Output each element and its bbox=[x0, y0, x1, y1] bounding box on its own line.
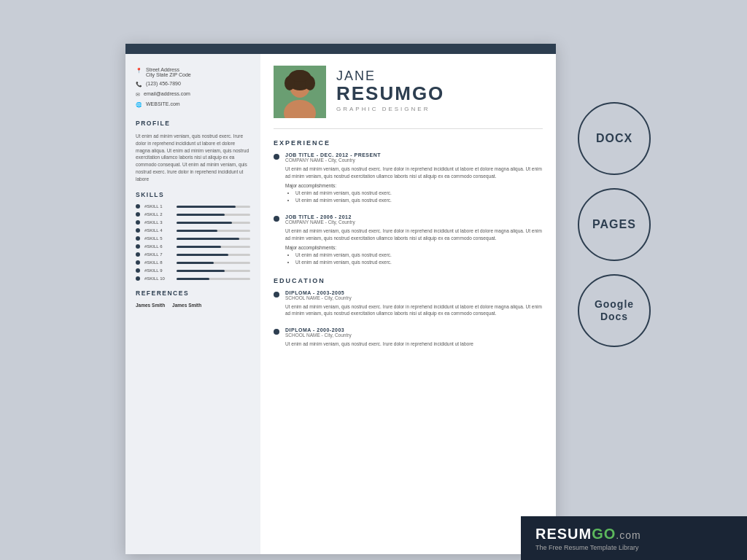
skill-bar-fill bbox=[177, 254, 228, 256]
exp-bullet bbox=[274, 154, 279, 160]
exp-description: Ut enim ad minim veniam, quis nostrud ex… bbox=[285, 166, 543, 180]
skills-list: #SKILL 1 #SKILL 2 #SKILL 3 #SKILL 4 bbox=[136, 204, 250, 281]
skill-bar-fill bbox=[177, 230, 217, 232]
exp-company: COMPANY NAME - City, Country bbox=[285, 158, 543, 163]
skill-bar bbox=[177, 254, 250, 256]
contact-phone: 📞 (123) 456-7890 bbox=[136, 81, 250, 88]
accomplishments-list: Ut enim ad minim veniam, quis nostrud ex… bbox=[285, 252, 543, 267]
skill-bar-fill bbox=[177, 278, 209, 280]
first-name: JANE bbox=[336, 69, 444, 84]
contact-info: 📍 Street Address City State ZIP Code 📞 (… bbox=[136, 67, 250, 108]
google-docs-button[interactable]: GoogleDocs bbox=[578, 274, 651, 347]
contact-website: 🌐 WEBSITE.com bbox=[136, 101, 250, 108]
skill-bar bbox=[177, 278, 250, 280]
location-icon: 📍 bbox=[136, 68, 142, 74]
experience-list: JOB TITLE - DEC. 2012 - PRESENT COMPANY … bbox=[274, 152, 543, 270]
skill-dot bbox=[136, 260, 140, 265]
skill-bar-fill bbox=[177, 262, 214, 264]
edu-description: Ut enim ad minim veniam, quis nostrud ex… bbox=[285, 341, 543, 348]
brand-tagline: The Free Resume Template Library bbox=[535, 544, 641, 551]
education-item: DIPLOMA - 2003-2005 SCHOOL NAME - City, … bbox=[274, 290, 543, 321]
experience-item: JOB TITLE - 2006 - 2012 COMPANY NAME - C… bbox=[274, 214, 543, 269]
reference-name: James Smith bbox=[172, 303, 201, 308]
name-block: JANE RESUMGO GRAPHIC DESIGNER bbox=[336, 66, 444, 112]
education-list: DIPLOMA - 2003-2005 SCHOOL NAME - City, … bbox=[274, 290, 543, 351]
skill-item: #SKILL 7 bbox=[136, 252, 250, 257]
brand-suffix: .com bbox=[616, 529, 640, 541]
page-wrapper: 📍 Street Address City State ZIP Code 📞 (… bbox=[0, 0, 747, 560]
email-icon: ✉ bbox=[136, 92, 140, 98]
edu-degree: DIPLOMA - 2000-2003 bbox=[285, 327, 543, 332]
skill-dot bbox=[136, 252, 140, 257]
skill-item: #SKILL 8 bbox=[136, 260, 250, 265]
skill-bar bbox=[177, 206, 250, 208]
experience-title: EXPERIENCE bbox=[274, 139, 543, 147]
edu-description: Ut enim ad minim veniam, quis nostrud ex… bbox=[285, 303, 543, 318]
format-panel: DOCX PAGES GoogleDocs bbox=[556, 44, 665, 347]
header-bar bbox=[125, 44, 556, 54]
brand-logo: RESUMGO.com bbox=[535, 526, 641, 542]
skill-name: #SKILL 2 bbox=[144, 212, 172, 217]
skill-bar bbox=[177, 238, 250, 240]
exp-description: Ut enim ad minim veniam, quis nostrud ex… bbox=[285, 228, 543, 242]
skill-bar-fill bbox=[177, 246, 221, 248]
phone-icon: 📞 bbox=[136, 82, 142, 88]
exp-job-title: JOB TITLE - 2006 - 2012 bbox=[285, 214, 543, 219]
skill-bar bbox=[177, 262, 250, 264]
reference-name: James Smith bbox=[136, 303, 165, 308]
contact-address: 📍 Street Address City State ZIP Code bbox=[136, 67, 250, 77]
footer-brand: RESUMGO.com The Free Resume Template Lib… bbox=[521, 516, 747, 560]
brand-wrapper: RESUMGO.com The Free Resume Template Lib… bbox=[535, 526, 641, 551]
references-section: REFERENCES James SmithJames Smith bbox=[136, 289, 250, 308]
edu-content: DIPLOMA - 2003-2005 SCHOOL NAME - City, … bbox=[285, 290, 543, 321]
profile-text: Ut enim ad minim veniam, quis nostrud ex… bbox=[136, 133, 250, 182]
skill-bar bbox=[177, 214, 250, 216]
exp-job-title: JOB TITLE - DEC. 2012 - PRESENT bbox=[285, 152, 543, 158]
skills-title: SKILLS bbox=[136, 191, 250, 198]
skill-bar bbox=[177, 230, 250, 232]
skill-item: #SKILL 2 bbox=[136, 212, 250, 217]
skill-item: #SKILL 1 bbox=[136, 204, 250, 209]
accomplishments-label: Major accomplishments: bbox=[285, 183, 543, 188]
skill-name: #SKILL 7 bbox=[144, 252, 172, 257]
skill-name: #SKILL 6 bbox=[144, 244, 172, 249]
skill-bar-fill bbox=[177, 270, 225, 272]
skill-bar bbox=[177, 246, 250, 248]
edu-bullet bbox=[274, 292, 279, 298]
skill-name: #SKILL 1 bbox=[144, 204, 172, 209]
web-icon: 🌐 bbox=[136, 102, 142, 108]
address-text: Street Address City State ZIP Code bbox=[146, 67, 191, 77]
skill-name: #SKILL 9 bbox=[144, 268, 172, 273]
exp-content: JOB TITLE - DEC. 2012 - PRESENT COMPANY … bbox=[285, 152, 543, 207]
skill-bar-fill bbox=[177, 214, 225, 216]
skill-item: #SKILL 5 bbox=[136, 236, 250, 241]
skill-item: #SKILL 9 bbox=[136, 268, 250, 273]
references-title: REFERENCES bbox=[136, 289, 250, 297]
job-title: GRAPHIC DESIGNER bbox=[336, 106, 444, 112]
accomplishments-list: Ut enim ad minim veniam, quis nostrud ex… bbox=[285, 190, 543, 205]
docx-button[interactable]: DOCX bbox=[578, 102, 651, 175]
edu-school: SCHOOL NAME - City, Country bbox=[285, 295, 543, 300]
resume-body: 📍 Street Address City State ZIP Code 📞 (… bbox=[125, 54, 556, 554]
resume-main: JANE RESUMGO GRAPHIC DESIGNER EXPERIENCE… bbox=[260, 54, 556, 554]
education-title: EDUCATION bbox=[274, 277, 543, 284]
accomplishments-label: Major accomplishments: bbox=[285, 245, 543, 250]
skill-dot bbox=[136, 228, 140, 233]
skill-dot bbox=[136, 244, 140, 249]
skill-dot bbox=[136, 268, 140, 273]
pages-button[interactable]: PAGES bbox=[578, 188, 651, 261]
skill-item: #SKILL 4 bbox=[136, 228, 250, 233]
resume-sidebar: 📍 Street Address City State ZIP Code 📞 (… bbox=[125, 54, 260, 554]
name-header: JANE RESUMGO GRAPHIC DESIGNER bbox=[274, 66, 543, 129]
profile-title: PROFILE bbox=[136, 120, 250, 127]
brand-prefix: RESUM bbox=[535, 526, 592, 542]
brand-highlight: GO bbox=[592, 526, 616, 542]
skill-name: #SKILL 3 bbox=[144, 220, 172, 225]
skill-dot bbox=[136, 236, 140, 241]
edu-bullet bbox=[274, 329, 279, 335]
skill-name: #SKILL 4 bbox=[144, 228, 172, 233]
skill-item: #SKILL 3 bbox=[136, 220, 250, 225]
contact-email: ✉ email@address.com bbox=[136, 91, 250, 98]
svg-point-6 bbox=[290, 70, 310, 82]
skill-name: #SKILL 10 bbox=[144, 276, 172, 281]
